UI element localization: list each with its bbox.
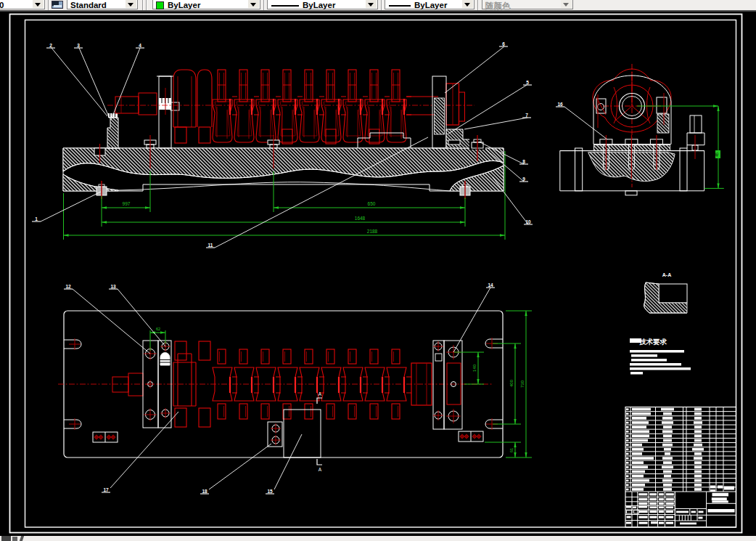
svg-text:15: 15	[267, 489, 273, 494]
svg-text:技术要求: 技术要求	[638, 338, 667, 346]
svg-text:6: 6	[502, 41, 505, 46]
svg-text:8: 8	[522, 159, 525, 164]
svg-text:17: 17	[103, 487, 109, 492]
svg-text:12: 12	[65, 284, 71, 289]
svg-text:13: 13	[110, 284, 116, 289]
svg-text:A: A	[319, 467, 322, 472]
svg-text:18: 18	[202, 489, 208, 494]
svg-text:997: 997	[123, 201, 131, 206]
svg-text:62: 62	[156, 327, 160, 331]
svg-text:45: 45	[715, 152, 719, 157]
svg-text:A-A: A-A	[662, 272, 671, 277]
svg-text:2: 2	[49, 43, 52, 48]
svg-text:400: 400	[509, 379, 514, 387]
svg-text:1: 1	[35, 216, 38, 221]
svg-text:61: 61	[509, 447, 514, 452]
svg-text:11: 11	[208, 243, 213, 248]
svg-text:16: 16	[557, 102, 563, 107]
svg-text:2188: 2188	[367, 229, 378, 234]
svg-text:140: 140	[472, 364, 477, 372]
svg-text:5: 5	[526, 80, 529, 85]
svg-text:3: 3	[77, 43, 80, 48]
svg-text:1648: 1648	[355, 216, 366, 221]
svg-text:730: 730	[520, 380, 525, 388]
svg-text:4: 4	[139, 43, 141, 48]
svg-text:A: A	[319, 391, 322, 396]
svg-text:650: 650	[368, 201, 376, 206]
svg-text:7: 7	[525, 113, 528, 118]
svg-text:14: 14	[488, 282, 493, 288]
